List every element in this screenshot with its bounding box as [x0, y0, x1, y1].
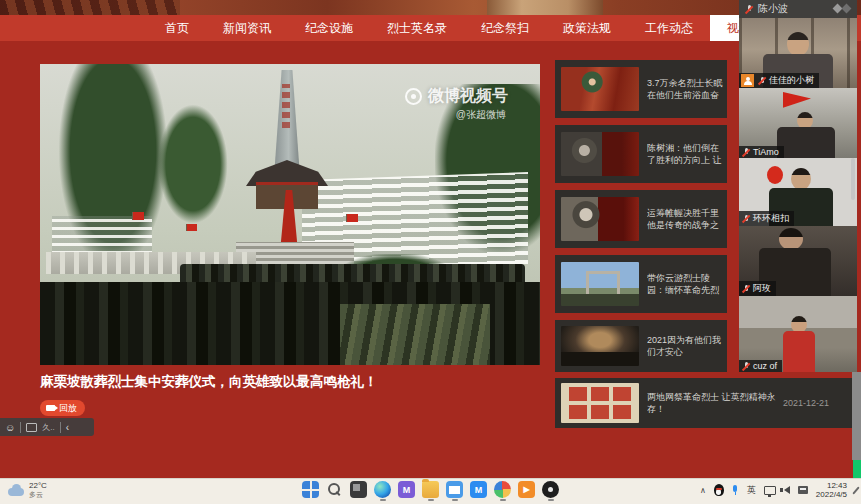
camera-icon	[46, 405, 55, 411]
edge-browser-icon[interactable]	[374, 481, 391, 498]
nav-memorial-sweeping[interactable]: 纪念祭扫	[464, 15, 546, 41]
annotation-toolbar: ☺ 久.. ‹	[0, 418, 94, 436]
running-indicator	[452, 499, 458, 501]
video-scene-soldiers	[340, 304, 490, 365]
system-tray: ∧ 英 12:43 2022/4/5	[700, 481, 857, 499]
participant-name: 阿玫	[753, 282, 771, 295]
divider	[60, 422, 61, 433]
playlist-item[interactable]: 运筹帷幄决胜千里 他是传奇的战争之神…	[555, 190, 727, 248]
playlist-thumbnail	[561, 67, 639, 111]
playlist-thumbnail	[561, 132, 639, 176]
mail-app-icon[interactable]	[446, 481, 463, 498]
running-indicator	[428, 499, 434, 501]
divider	[20, 422, 21, 433]
participant-face	[779, 228, 803, 250]
participant-tile[interactable]: 环环相扣	[739, 158, 857, 226]
participant-tile[interactable]: 阿玫	[739, 226, 857, 296]
qq-tray-icon[interactable]	[714, 484, 724, 496]
mic-muted-icon	[741, 214, 751, 224]
screen-share-icon[interactable]	[26, 423, 37, 432]
task-view-icon[interactable]	[350, 481, 367, 498]
input-method-indicator[interactable]: 英	[747, 484, 756, 497]
nav-martyr-roll[interactable]: 烈士英名录	[370, 15, 464, 41]
weather-temp: 22°C	[29, 481, 47, 490]
conference-header[interactable]: 陈小波	[739, 0, 857, 18]
nav-work-updates[interactable]: 工作动态	[628, 15, 710, 41]
smiley-icon[interactable]: ☺	[5, 422, 15, 433]
participant-tile[interactable]: 佳佳的小树	[739, 18, 857, 88]
video-scene-monument-inscription	[282, 84, 290, 128]
taskbar-weather-widget[interactable]: 22°C 多云	[8, 481, 47, 499]
participant-label: 佳佳的小树	[739, 73, 819, 88]
meeting-app-blue-icon[interactable]: M	[470, 481, 487, 498]
playlist-title: 两地网祭革命烈士 让英烈精神永存！	[647, 391, 779, 415]
running-indicator	[548, 499, 554, 501]
running-indicator	[500, 499, 506, 501]
nav-news[interactable]: 新闻资讯	[206, 15, 288, 41]
participant-name: TiAmo	[753, 147, 779, 157]
start-button[interactable]	[302, 481, 319, 498]
layout-toggle-icon[interactable]	[842, 4, 852, 14]
participant-face	[791, 168, 811, 190]
tray-time: 12:43	[827, 481, 847, 490]
recorder-app-icon[interactable]	[542, 481, 559, 498]
search-icon[interactable]	[326, 481, 343, 498]
collapse-icon[interactable]: ‹	[66, 422, 69, 433]
weibo-watermark: 微博视频号	[405, 86, 508, 107]
photos-app-icon[interactable]	[494, 481, 511, 498]
red-flag-icon	[346, 214, 358, 222]
participant-label: 阿玫	[739, 281, 776, 296]
playlist-title: 运筹帷幄决胜千里 他是传奇的战争之神…	[647, 207, 723, 232]
browser-scrollbar[interactable]	[852, 372, 861, 460]
video-caption: 麻栗坡散葬烈士集中安葬仪式，向英雄致以最高鸣枪礼！	[40, 373, 560, 391]
running-indicator	[380, 499, 386, 501]
red-flag-icon	[186, 224, 197, 231]
nav-memorial-facilities[interactable]: 纪念设施	[288, 15, 370, 41]
mic-muted-icon	[741, 147, 751, 157]
playlist-item[interactable]: 3.7万余名烈士长眠在他们生前浴血奋战的热土…	[555, 60, 727, 118]
participant-body	[783, 331, 815, 372]
memorial-arch-graphic	[586, 271, 620, 294]
cloud-icon	[8, 488, 24, 496]
weibo-eye-icon	[405, 88, 422, 105]
voice-input-icon[interactable]	[732, 485, 739, 495]
participant-tile[interactable]: cuz of	[739, 296, 857, 372]
volume-icon[interactable]	[784, 486, 790, 494]
playlist-date: 2021-12-21	[783, 398, 829, 408]
participant-tile[interactable]: TiAmo	[739, 88, 857, 158]
video-scene-gravestones	[52, 216, 152, 254]
active-speaker-icon	[741, 74, 754, 87]
red-balloon	[767, 166, 783, 184]
toolbar-more-label[interactable]: 久..	[42, 422, 54, 433]
playlist-item[interactable]: 陈树湘：他们倒在了胜利的方向上 让人泪目…	[555, 125, 727, 183]
participant-name: 佳佳的小树	[769, 74, 814, 87]
video-player-app-icon[interactable]: ▶	[518, 481, 535, 498]
red-flag-icon	[783, 92, 811, 114]
replay-button[interactable]: 回放	[40, 400, 85, 416]
conference-scrollbar[interactable]	[851, 158, 855, 200]
nav-home[interactable]: 首页	[148, 15, 206, 41]
certificates-graphic	[569, 387, 587, 401]
playlist-thumbnail	[561, 197, 639, 241]
main-video-player[interactable]: 微博视频号 @张超微博	[40, 64, 540, 365]
participant-body	[777, 127, 835, 158]
participant-name: 环环相扣	[753, 212, 789, 225]
playlist-thumbnail	[561, 262, 639, 306]
mic-muted-icon	[741, 361, 751, 371]
network-icon[interactable]	[764, 486, 776, 495]
nav-policies[interactable]: 政策法规	[546, 15, 628, 41]
playlist-thumbnail	[561, 326, 639, 366]
playlist-item[interactable]: 2021因为有他们我们才安心	[555, 320, 727, 372]
printer-icon[interactable]	[798, 486, 808, 494]
playlist-title: 3.7万余名烈士长眠在他们生前浴血奋战的热土…	[647, 77, 723, 102]
replay-label: 回放	[59, 402, 77, 415]
banner-sculpture-image	[0, 0, 180, 15]
meeting-app-purple-icon[interactable]: M	[398, 481, 415, 498]
file-explorer-icon[interactable]	[422, 481, 439, 498]
tray-chevron-icon[interactable]: ∧	[700, 486, 706, 495]
taskbar-clock[interactable]: 12:43 2022/4/5	[816, 481, 847, 499]
banner-monument-image	[487, 0, 603, 15]
main-nav: 首页 新闻资讯 纪念设施 烈士英名录 纪念祭扫 政策法规 工作动态 视频直播	[0, 15, 861, 41]
playlist-item[interactable]: 带你云游烈士陵园：缅怀革命先烈 致敬英雄…	[555, 255, 727, 313]
playlist-item[interactable]: 两地网祭革命烈士 让英烈精神永存！ 2021-12-21	[555, 378, 855, 428]
